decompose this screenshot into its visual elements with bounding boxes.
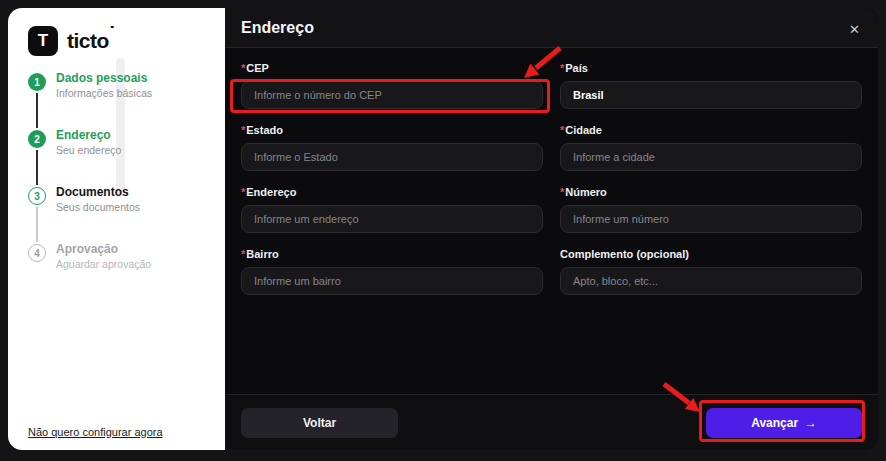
step-dados-pessoais[interactable]: 1 Dados pessoais Informações básicas — [28, 72, 205, 129]
step-number-badge: 1 — [28, 73, 46, 91]
bairro-field: *Bairro — [241, 248, 543, 295]
ticto-logo: T ticto ˙ — [28, 26, 205, 56]
step-title: Endereço — [56, 129, 121, 142]
required-marker: * — [241, 124, 245, 136]
sidebar: T ticto ˙ 1 Dados pessoais Informações b… — [8, 8, 225, 450]
step-subtitle: Aguardar aprovação — [56, 258, 151, 270]
panel-header: Endereço — [225, 8, 878, 48]
step-endereco[interactable]: 2 Endereço Seu endereço — [28, 129, 205, 186]
step-subtitle: Seu endereço — [56, 144, 121, 156]
required-marker: * — [560, 186, 564, 198]
cidade-label: *Cidade — [560, 124, 862, 136]
numero-field: *Número — [560, 186, 862, 233]
step-number-badge: 2 — [28, 130, 46, 148]
numero-input[interactable] — [560, 205, 862, 233]
estado-input[interactable] — [241, 143, 543, 171]
required-marker: * — [560, 62, 564, 74]
form-footer: Voltar Avançar → — [225, 394, 878, 450]
estado-label: *Estado — [241, 124, 543, 136]
numero-label: *Número — [560, 186, 862, 198]
cidade-field: *Cidade — [560, 124, 862, 171]
required-marker: * — [241, 62, 245, 74]
step-title: Aprovação — [56, 243, 151, 256]
cidade-input[interactable] — [560, 143, 862, 171]
address-form-panel: Endereço ✕ *CEP *País *Estado *Cidade *E… — [225, 8, 878, 450]
required-marker: * — [560, 124, 564, 136]
step-connector — [36, 93, 38, 128]
step-title: Dados pessoais — [56, 72, 152, 85]
endereco-field: *Endereço — [241, 186, 543, 233]
step-connector — [36, 207, 38, 242]
required-marker: * — [241, 186, 245, 198]
back-button[interactable]: Voltar — [241, 408, 398, 438]
step-title: Documentos — [56, 186, 140, 199]
brand-trademark-dot: ˙ — [109, 22, 116, 46]
pais-input[interactable] — [560, 81, 862, 109]
required-marker: * — [241, 248, 245, 260]
step-number-badge: 3 — [28, 187, 46, 205]
cep-field: *CEP — [241, 62, 543, 109]
ticto-logo-icon: T — [28, 26, 58, 56]
step-aprovacao[interactable]: 4 Aprovação Aguardar aprovação — [28, 243, 205, 300]
endereco-input[interactable] — [241, 205, 543, 233]
pais-field: *País — [560, 62, 862, 109]
endereco-label: *Endereço — [241, 186, 543, 198]
cep-label: *CEP — [241, 62, 543, 74]
brand-name: ticto — [67, 29, 109, 53]
step-number-badge: 4 — [28, 244, 46, 262]
arrow-right-icon: → — [805, 416, 817, 430]
complemento-label: Complemento (opcional) — [560, 248, 862, 260]
panel-title: Endereço — [241, 19, 314, 37]
bairro-input[interactable] — [241, 267, 543, 295]
next-button[interactable]: Avançar → — [706, 408, 862, 438]
complemento-input[interactable] — [560, 267, 862, 295]
bairro-label: *Bairro — [241, 248, 543, 260]
cep-input[interactable] — [241, 81, 543, 109]
skip-setup-link[interactable]: Não quero configurar agora — [28, 426, 163, 438]
step-connector — [36, 150, 38, 185]
onboarding-modal: T ticto ˙ 1 Dados pessoais Informações b… — [8, 8, 878, 450]
close-icon[interactable]: ✕ — [845, 19, 864, 40]
complemento-field: Complemento (opcional) — [560, 248, 862, 295]
estado-field: *Estado — [241, 124, 543, 171]
address-form: *CEP *País *Estado *Cidade *Endereço *Nú — [225, 48, 878, 394]
step-subtitle: Seus documentos — [56, 201, 140, 213]
stepper: 1 Dados pessoais Informações básicas 2 E… — [28, 72, 205, 300]
pais-label: *País — [560, 62, 862, 74]
step-documentos[interactable]: 3 Documentos Seus documentos — [28, 186, 205, 243]
step-subtitle: Informações básicas — [56, 87, 152, 99]
